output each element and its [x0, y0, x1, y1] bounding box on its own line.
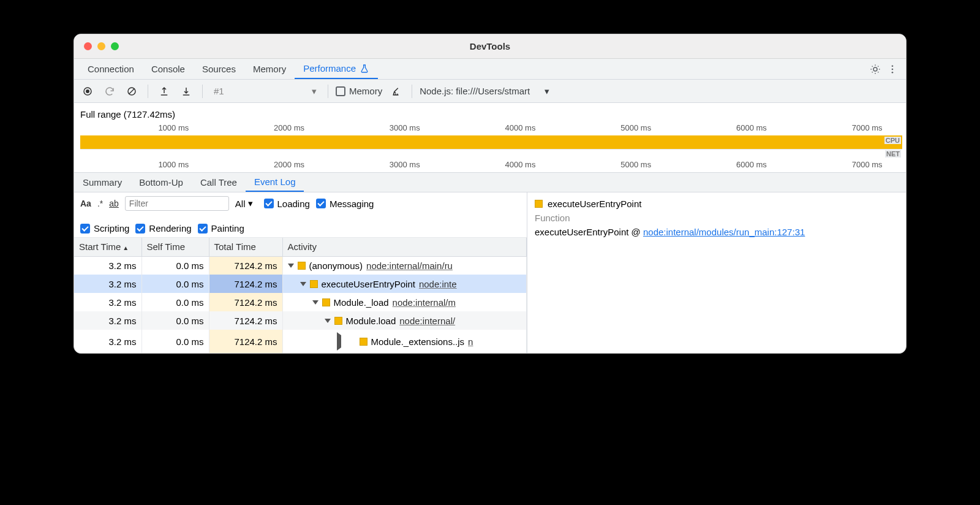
tab-connection[interactable]: Connection: [79, 59, 143, 79]
activity-source-link[interactable]: node:internal/m: [393, 297, 456, 308]
activity-source-link[interactable]: node:internal/: [399, 316, 455, 326]
table-row[interactable]: 3.2 ms0.0 ms7124.2 msModule._load node:i…: [74, 293, 527, 311]
tab-bottomup[interactable]: Bottom-Up: [130, 173, 192, 192]
recording-select-value: #1: [214, 86, 224, 96]
filter-input[interactable]: [125, 196, 229, 211]
target-select[interactable]: Node.js: file:///Users/stmart ▾: [420, 86, 549, 97]
scope-select[interactable]: All ▾: [235, 198, 258, 209]
flask-icon: [360, 64, 369, 74]
filter-label: Messaging: [330, 199, 374, 209]
cpu-label: CPU: [884, 137, 901, 144]
activity-source-link[interactable]: node:inte: [419, 279, 457, 289]
gear-icon: [870, 64, 881, 75]
titlebar: DevTools: [74, 34, 906, 59]
cell-start: 3.2 ms: [74, 256, 141, 275]
ruler-top[interactable]: 1000 ms 2000 ms 3000 ms 4000 ms 5000 ms …: [80, 123, 906, 135]
cell-start: 3.2 ms: [74, 311, 141, 330]
tab-summary[interactable]: Summary: [74, 173, 130, 192]
cell-self: 0.0 ms: [141, 330, 209, 353]
filter-loading[interactable]: Loading: [264, 199, 310, 209]
tab-label: Summary: [83, 177, 122, 188]
filter-rendering[interactable]: Rendering: [135, 223, 191, 234]
activity-source-link[interactable]: node:internal/main/ru: [366, 260, 453, 271]
net-label: NET: [885, 150, 901, 158]
kebab-icon: [887, 64, 898, 75]
collect-garbage-button[interactable]: [387, 86, 404, 97]
clear-button[interactable]: [123, 86, 140, 97]
category-icon: [360, 338, 368, 346]
regex-button[interactable]: .*: [97, 199, 103, 208]
tab-memory[interactable]: Memory: [244, 59, 295, 79]
cell-start: 3.2 ms: [74, 293, 141, 311]
reload-icon: [104, 86, 115, 97]
event-log-table: Start Time Self Time Total Time Activity…: [74, 238, 527, 353]
tick-label: 4000 ms: [505, 123, 536, 132]
activity-name: Module._extensions..js: [371, 336, 465, 347]
source-link[interactable]: node:internal/modules/run_main:127:31: [643, 227, 805, 237]
svg-point-1: [892, 68, 894, 70]
tab-console[interactable]: Console: [143, 59, 194, 79]
cell-self: 0.0 ms: [141, 275, 209, 293]
details-at: @: [628, 227, 643, 237]
activity-source-link[interactable]: n: [468, 336, 473, 347]
activity-name: (anonymous): [309, 260, 363, 271]
filter-label: Rendering: [149, 223, 191, 234]
download-button[interactable]: [178, 86, 195, 97]
table-row[interactable]: 3.2 ms0.0 ms7124.2 msModule.load node:in…: [74, 311, 527, 330]
table-row[interactable]: 3.2 ms0.0 ms7124.2 ms(anonymous) node:in…: [74, 256, 527, 275]
ruler-bottom[interactable]: 1000 ms 2000 ms 3000 ms 4000 ms 5000 ms …: [80, 160, 906, 172]
tab-calltree[interactable]: Call Tree: [192, 173, 246, 192]
tab-eventlog[interactable]: Event Log: [246, 173, 304, 192]
memory-checkbox[interactable]: Memory: [336, 86, 382, 96]
filter-bar: Aa .* ab All ▾ Loading Messaging Scripti…: [74, 192, 527, 238]
chevron-down-icon[interactable]: [312, 300, 318, 305]
tick-label: 6000 ms: [736, 123, 767, 132]
tick-label: 7000 ms: [852, 123, 883, 132]
details-fnname: executeUserEntryPoint: [535, 227, 628, 237]
checkbox-icon: [80, 224, 90, 234]
svg-point-4: [86, 89, 89, 93]
upload-button[interactable]: [156, 86, 173, 97]
tick-label: 5000 ms: [620, 123, 651, 132]
chevron-right-icon[interactable]: [337, 332, 356, 351]
filter-label: Loading: [277, 199, 310, 209]
filter-messaging[interactable]: Messaging: [316, 199, 374, 209]
svg-point-0: [892, 65, 894, 67]
col-label: Self Time: [147, 241, 186, 252]
tick-label: 1000 ms: [158, 160, 189, 169]
record-button[interactable]: [79, 86, 96, 97]
chevron-down-icon: ▾: [248, 198, 253, 209]
table-row[interactable]: 3.2 ms0.0 ms7124.2 msModule._extensions.…: [74, 330, 527, 353]
cpu-track[interactable]: CPU: [80, 135, 902, 149]
whole-word-button[interactable]: ab: [109, 199, 119, 208]
tick-label: 2000 ms: [274, 160, 304, 169]
left-pane: Aa .* ab All ▾ Loading Messaging Scripti…: [74, 192, 527, 353]
reload-button[interactable]: [101, 86, 118, 97]
col-activity[interactable]: Activity: [282, 238, 527, 256]
filter-scripting[interactable]: Scripting: [80, 223, 129, 234]
record-icon: [82, 86, 93, 97]
tab-performance[interactable]: Performance: [295, 59, 378, 79]
activity-name: Module.load: [346, 316, 396, 326]
main-tabs: Connection Console Sources Memory Perfor…: [74, 59, 906, 80]
cell-activity: Module._load node:internal/m: [282, 293, 527, 311]
memory-label: Memory: [349, 86, 382, 96]
more-button[interactable]: [884, 64, 901, 75]
cell-activity: (anonymous) node:internal/main/ru: [282, 256, 527, 275]
chevron-down-icon[interactable]: [300, 282, 306, 286]
recording-select[interactable]: #1 ▾: [210, 86, 320, 97]
settings-button[interactable]: [867, 64, 884, 75]
details-kind: Function: [535, 213, 899, 223]
table-row[interactable]: 3.2 ms0.0 ms7124.2 msexecuteUserEntryPoi…: [74, 275, 527, 293]
filter-painting[interactable]: Painting: [198, 223, 244, 234]
tab-sources[interactable]: Sources: [194, 59, 244, 79]
net-track[interactable]: NET: [80, 149, 902, 160]
match-case-button[interactable]: Aa: [80, 199, 91, 208]
col-start-time[interactable]: Start Time: [74, 238, 141, 256]
col-self-time[interactable]: Self Time: [141, 238, 209, 256]
chevron-down-icon[interactable]: [288, 264, 294, 268]
tick-label: 7000 ms: [852, 160, 883, 169]
chevron-down-icon[interactable]: [325, 319, 331, 323]
col-label: Total Time: [214, 241, 256, 252]
col-total-time[interactable]: Total Time: [209, 238, 282, 256]
